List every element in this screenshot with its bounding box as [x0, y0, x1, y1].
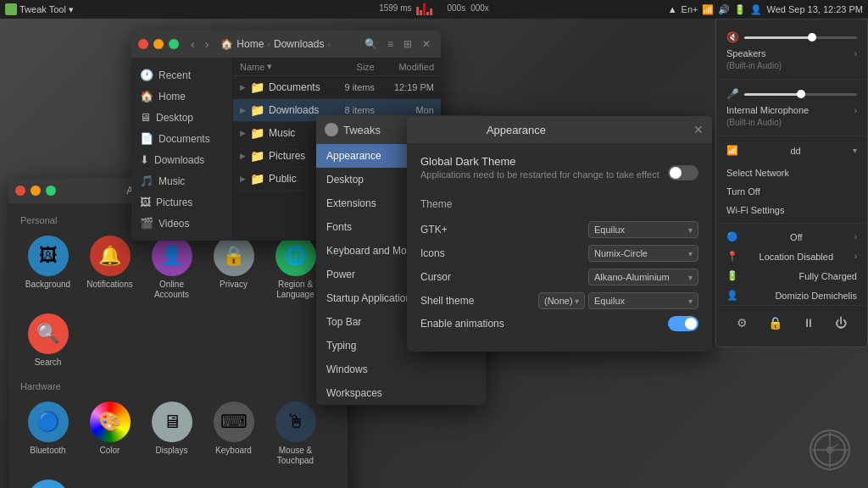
dark-theme-toggle[interactable] [668, 165, 698, 180]
user-item[interactable]: 👤 Domizio Demichelis [716, 286, 867, 305]
icons-row: Icons Numix-Circle ▾ [420, 245, 698, 262]
videos-icon: 🎬 [140, 217, 153, 230]
mic-fill [744, 93, 801, 96]
settings-network[interactable]: 🌐 Network [20, 476, 75, 488]
forward-button[interactable]: › [202, 36, 213, 53]
list-view-action[interactable]: ≡ [384, 36, 397, 52]
settings-bluetooth[interactable]: 🔵 Bluetooth [20, 398, 75, 469]
output-knob[interactable] [808, 33, 816, 42]
compass-decoration [809, 429, 851, 471]
settings-min[interactable] [31, 186, 41, 196]
shell-prefix-dropdown: ▾ [575, 297, 579, 306]
clock[interactable]: Wed Sep 13, 12:23 PM [766, 4, 863, 14]
sidebar-item-downloads[interactable]: ⬇ Downloads [131, 149, 232, 170]
animations-toggle[interactable] [668, 316, 698, 331]
sidebar-item-videos[interactable]: 🎬 Videos [131, 213, 232, 234]
output-slider[interactable] [744, 36, 857, 39]
row-name-music: ▶ 📁 Music [240, 126, 324, 140]
tweaks-item-windows[interactable]: Windows [316, 358, 486, 381]
sort-icon: ▾ [267, 61, 272, 72]
settings-region[interactable]: 🌐 Region & Language [268, 232, 323, 303]
sidebar-item-pictures[interactable]: 🖼 Pictures [131, 191, 232, 213]
network-name: dd [790, 146, 800, 156]
bar4 [426, 12, 429, 15]
mic-icon[interactable]: 🎤 [726, 88, 739, 100]
mouse-label: Mouse & Touchpad [271, 446, 320, 466]
speaker-arrow-icon[interactable]: › [854, 49, 857, 58]
file-manager-close[interactable] [138, 39, 148, 49]
path-sep2: › [327, 39, 331, 49]
settings-search[interactable]: 🔍 Search [20, 310, 75, 371]
select-network-item[interactable]: Select Network [716, 164, 867, 182]
settings-keyboard[interactable]: ⌨ Keyboard [206, 398, 261, 469]
table-row[interactable]: ▶ 📁 Documents 9 items 12:19 PM [233, 76, 441, 99]
tweaks-item-workspaces[interactable]: Workspaces [316, 381, 486, 405]
volume-tray-icon[interactable]: 🔊 [718, 4, 730, 15]
file-manager-maximize[interactable] [169, 39, 179, 49]
col-name: Name ▾ [240, 61, 324, 72]
mic-slider[interactable] [744, 93, 857, 96]
close-fm-action[interactable]: ✕ [419, 36, 434, 52]
wifi-settings-item[interactable]: Wi-Fi Settings [716, 201, 867, 219]
back-button[interactable]: ‹ [187, 36, 198, 53]
battery-item[interactable]: 🔋 Fully Charged [716, 266, 867, 286]
shell-value: Equilux [594, 296, 625, 306]
bar1 [416, 7, 419, 15]
mic-knob[interactable] [797, 90, 805, 98]
gtk-select[interactable]: Equilux ▾ [588, 221, 698, 238]
folder-public-icon: 📁 [250, 172, 264, 186]
settings-online-accounts[interactable]: 👤 Online Accounts [144, 232, 199, 303]
speaker-mute-icon[interactable]: 🔇 [726, 31, 739, 43]
path-downloads[interactable]: Downloads [274, 38, 324, 50]
wifi-tray-icon[interactable]: 📶 [702, 4, 714, 15]
sidebar-item-documents[interactable]: 📄 Documents [131, 128, 232, 149]
sidebar-item-recent[interactable]: 🕐 Recent [131, 64, 232, 86]
power-action-icon[interactable]: ⏻ [832, 313, 850, 333]
settings-action-icon[interactable]: ⚙ [733, 313, 751, 333]
fm-header: Name ▾ Size Modified [233, 58, 441, 76]
lock-action-icon[interactable]: 🔒 [765, 313, 786, 333]
titlebar-actions: 🔍 ≡ ⊞ ✕ [361, 36, 434, 52]
mic-label: Internal Microphone [726, 105, 809, 115]
sidebar-item-desktop[interactable]: 🖥 Desktop [131, 107, 232, 128]
icons-select[interactable]: Numix-Circle ▾ [588, 245, 698, 262]
stat1: 1599 ms [379, 3, 411, 15]
sidebar-item-music[interactable]: 🎵 Music [131, 170, 232, 191]
cursor-select[interactable]: Alkano-Aluminium ▾ [588, 269, 698, 286]
row-label-public: Public [269, 173, 297, 185]
appearance-close[interactable]: ✕ [693, 123, 704, 136]
user-tray-icon[interactable]: 👤 [750, 4, 762, 15]
search-action[interactable]: 🔍 [361, 36, 381, 52]
settings-background[interactable]: 🖼 Background [20, 232, 75, 303]
settings-mouse[interactable]: 🖱 Mouse & Touchpad [268, 398, 323, 469]
settings-displays[interactable]: 🖥 Displays [144, 398, 199, 469]
section-hardware-title: Hardware [20, 381, 336, 391]
settings-max[interactable] [46, 186, 56, 196]
bluetooth-item[interactable]: 🔵 Off › [716, 227, 867, 247]
settings-notifications[interactable]: 🔔 Notifications [82, 232, 137, 303]
cursor-value: Alkano-Aluminium [594, 272, 670, 282]
settings-color[interactable]: 🎨 Color [82, 398, 137, 469]
shell-value-select[interactable]: Equilux ▾ [588, 292, 698, 309]
row-name-documents: ▶ 📁 Documents [240, 80, 324, 94]
keyboard-tray[interactable]: En+ [682, 4, 698, 14]
file-manager-minimize[interactable] [153, 39, 164, 49]
theme-section: Theme [420, 198, 698, 214]
settings-close[interactable] [15, 186, 25, 196]
shell-prefix-select[interactable]: (None) ▾ [538, 292, 585, 309]
battery-tray-icon[interactable]: 🔋 [734, 4, 746, 15]
pause-action-icon[interactable]: ⏸ [799, 313, 818, 333]
col-name-label: Name [240, 62, 264, 72]
sidebar-label-desktop: Desktop [156, 112, 193, 124]
settings-privacy[interactable]: 🔒 Privacy [206, 232, 261, 303]
tweak-tool-launcher[interactable]: Tweak Tool ▾ [5, 3, 74, 15]
grid-view-action[interactable]: ⊞ [400, 36, 415, 52]
mini-graph [416, 3, 442, 15]
sidebar-item-home[interactable]: 🏠 Home [131, 86, 232, 107]
location-item[interactable]: 📍 Location Disabled › [716, 247, 867, 266]
wifi-dropdown-icon[interactable]: ▾ [853, 146, 857, 155]
network-tray-icon[interactable]: ▲ [668, 4, 677, 14]
home-label[interactable]: Home [236, 38, 264, 50]
mic-arrow-icon[interactable]: › [854, 106, 857, 115]
turn-off-item[interactable]: Turn Off [716, 182, 867, 201]
